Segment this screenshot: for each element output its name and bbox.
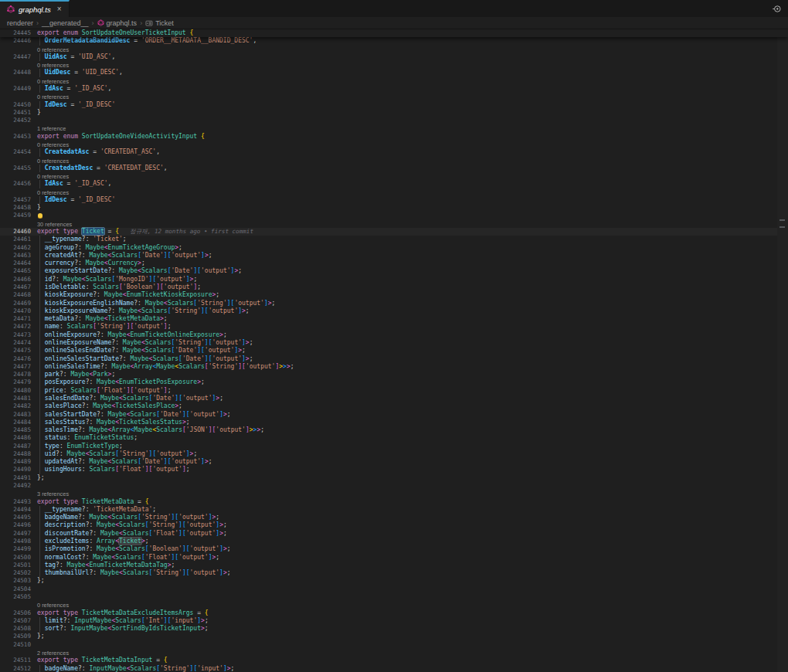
code-line[interactable]: 24481 salesEndDate?: Maybe<Scalars['Date… [0,395,788,402]
code-line[interactable]: 24491}; [0,474,788,482]
code-line[interactable]: 24452 [0,117,788,124]
codelens-references-link[interactable]: 0 references [0,61,788,69]
code-line[interactable]: 24508 sort?: InputMaybe<SortFindByIdsTic… [0,625,788,633]
code-line[interactable]: 24466 id?: Maybe<Scalars['MongoID']['out… [0,276,788,283]
code-line[interactable]: 24502 thumbnailUrl?: Maybe<Scalars['Stri… [0,569,788,577]
code-line[interactable]: 24498 excludeItems: Array<Ticket>; [0,538,788,545]
code-line[interactable]: 24489 updatedAt?: Maybe<Scalars['Date'][… [0,458,788,466]
code-editor[interactable]: 24445 export enum SortUpdateOneUserTicke… [0,29,788,672]
code-line[interactable]: 24507 limit?: InputMaybe<Scalars['Int'][… [0,617,788,625]
code-line[interactable]: 24494 __typename?: 'TicketMetaData'; [0,506,788,514]
codelens-references-link[interactable]: 0 references [0,172,788,180]
codelens-references-link[interactable]: 0 references [0,157,788,165]
code-line[interactable]: 24475 onlineSalesEndDate?: Maybe<Scalars… [0,347,788,355]
code-line[interactable]: 24462 ageGroup?: Maybe<EnumTicketAgeGrou… [0,244,788,252]
line-number: 24502 [0,569,31,577]
code-line[interactable]: 24464 currency?: Maybe<Currency>; [0,260,788,267]
code-line[interactable]: 24447 UidAsc = 'UID_ASC', [0,53,788,61]
code-line[interactable]: 24465 exposureStartDate?: Maybe<Scalars[… [0,267,788,275]
code-line[interactable]: 24463 createdAt?: Maybe<Scalars['Date'][… [0,252,788,260]
code-line[interactable]: 24454 CreatedatAsc = 'CREATEDAT_ASC', [0,148,788,156]
breadcrumb-item-generated[interactable]: __generated__ [42,19,89,27]
code-line[interactable]: 24451} [0,109,788,117]
code-line[interactable]: 24477 onlineSalesTime?: Maybe<Array<Mayb… [0,363,788,371]
code-line[interactable]: 24473 onlineExposure?: Maybe<EnumTicketO… [0,331,788,339]
scrollbar[interactable] [777,29,788,672]
code-line[interactable]: 24511export type TicketMetaDataInput = { [0,657,788,664]
code-line[interactable]: 24497 discountRate?: Maybe<Scalars['Floa… [0,530,788,538]
line-number: 24458 [0,204,31,212]
code-line[interactable]: 24468 kioskExposure?: Maybe<EnumTicketKi… [0,291,788,299]
code-line[interactable]: 24504 [0,585,788,593]
code-line[interactable]: 24500 normalCost?: Maybe<Scalars['Float'… [0,554,788,562]
code-line[interactable]: 24495 badgeName?: Maybe<Scalars['String'… [0,514,788,521]
code-line[interactable]: 24455 CreatedatDesc = 'CREATEDAT_DESC', [0,165,788,172]
breadcrumb-item-renderer[interactable]: renderer [7,19,33,27]
code-line[interactable]: 24493export type TicketMetaData = { [0,498,788,506]
code-line[interactable]: 24488 uid?: Maybe<Scalars['String']['out… [0,450,788,458]
breadcrumb-item-symbol-ticket[interactable]: Ticket [145,19,174,27]
code-line[interactable]: 24449 IdAsc = '_ID_ASC', [0,85,788,93]
code-line[interactable]: 24474 onlineExposureName?: Maybe<Scalars… [0,339,788,347]
code-line[interactable]: 24490 usingHours: Scalars['Float']['outp… [0,466,788,473]
code-line[interactable]: 24505 [0,593,788,601]
code-line[interactable]: 24478 park?: Maybe<Park>; [0,371,788,378]
codelens-references-link[interactable]: 0 references [0,93,788,100]
code-line[interactable]: 24460export type Ticket = {정규재, 12 month… [0,228,788,236]
code-line[interactable]: 24482 salesPlace?: Maybe<TicketSalesPlac… [0,402,788,410]
sticky-scroll-line[interactable]: 24445 export enum SortUpdateOneUserTicke… [0,29,788,37]
code-line[interactable]: 24509}; [0,633,788,640]
codelens-references-link[interactable]: 30 references [0,220,788,228]
code-line[interactable]: 24484 salesStatus?: Maybe<TicketSalesSta… [0,419,788,426]
codelens-references-link[interactable]: 3 references [0,490,788,497]
breadcrumb-item-file[interactable]: graphql.ts [97,19,138,27]
code-line[interactable]: 24459 [0,212,788,219]
lightbulb-icon[interactable] [38,213,42,218]
indent-guide [39,443,40,450]
chevron-right-icon: › [92,19,94,27]
code-line[interactable]: 24471 metaData?: Maybe<TicketMetaData>; [0,315,788,323]
code-line[interactable]: 24485 salesTime?: Maybe<Array<Maybe<Scal… [0,426,788,434]
line-number: 24482 [0,402,31,410]
code-line[interactable]: 24510 [0,641,788,649]
code-line[interactable]: 24470 kioskExposureName?: Maybe<Scalars[… [0,307,788,315]
close-icon[interactable]: × [57,5,62,13]
code-line[interactable]: 24486 status: EnumTicketStatus; [0,434,788,442]
codelens-references-link[interactable]: 0 references [0,46,788,53]
code-line[interactable]: 24492 [0,482,788,490]
codelens-references-link[interactable]: 0 references [0,77,788,85]
indent-guide [39,252,40,260]
code-line[interactable]: 24458} [0,204,788,212]
codelens-references-link[interactable]: 1 reference [0,124,788,132]
code-line[interactable]: 24501 tag?: Maybe<EnumTicketMetaDataTag>… [0,562,788,569]
code-line[interactable]: 24483 salesStartDate?: Maybe<Scalars['Da… [0,411,788,419]
codelens-references-link[interactable]: 0 references [0,188,788,196]
line-number: 24500 [0,554,31,562]
codelens-references-link[interactable]: 0 references [0,601,788,609]
editor-action-icon[interactable] [772,4,782,14]
tab-graphql-ts[interactable]: graphql.ts × [0,0,70,17]
symbol-type-icon [145,19,153,27]
code-line[interactable]: 24456 IdAsc = '_ID_ASC', [0,180,788,188]
overview-ruler-mark [780,226,785,228]
code-line[interactable]: 24476 onlineSalesStartDate?: Maybe<Scala… [0,355,788,363]
codelens-references-link[interactable]: 2 references [0,649,788,657]
code-line[interactable]: 24512 badgeName?: InputMaybe<Scalars['St… [0,665,788,672]
code-line[interactable]: 24448 UidDesc = 'UID_DESC', [0,69,788,76]
code-line[interactable]: 24480 price: Scalars['Float']['output']; [0,387,788,395]
code-line[interactable]: 24467 isDeletable: Scalars['Boolean']['o… [0,283,788,291]
code-line[interactable]: 24450 IdDesc = '_ID_DESC' [0,101,788,109]
code-line[interactable]: 24503}; [0,577,788,585]
code-line[interactable]: 24506export type TicketMetaDataExcludeIt… [0,609,788,617]
codelens-references-link[interactable]: 0 references [0,141,788,148]
code-line[interactable]: 24446 OrderMetadataBandidDesc = 'ORDER__… [0,37,788,45]
code-line[interactable]: 24496 description?: Maybe<Scalars['Strin… [0,521,788,529]
code-line[interactable]: 24461 __typename?: 'Ticket'; [0,236,788,243]
code-line[interactable]: 24487 type: EnumTicketType; [0,443,788,450]
code-line[interactable]: 24472 name: Scalars['String']['output']; [0,323,788,331]
code-line[interactable]: 24453export enum SortUpdateOneVideoActiv… [0,133,788,141]
code-line[interactable]: 24499 isPromotion?: Maybe<Scalars['Boole… [0,545,788,553]
code-line[interactable]: 24469 kioskExposureEnglishName?: Maybe<S… [0,300,788,307]
code-line[interactable]: 24479 posExposure?: Maybe<EnumTicketPosE… [0,378,788,386]
code-line[interactable]: 24457 IdDesc = '_ID_DESC' [0,196,788,204]
